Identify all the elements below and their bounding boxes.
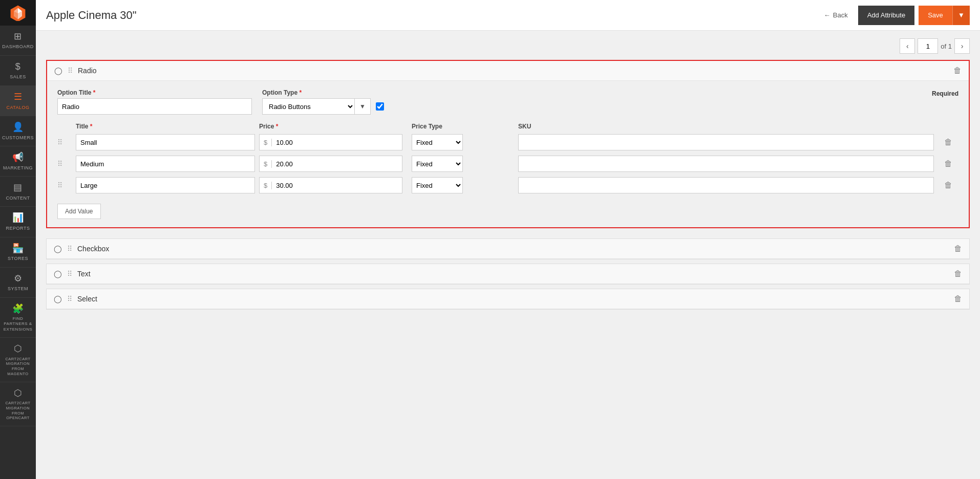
option-delete-radio[interactable]: 🗑 [953, 66, 962, 75]
save-button[interactable]: Save [919, 6, 952, 25]
sidebar-item-label: DASHBOARD [2, 44, 34, 50]
sku-input-medium[interactable] [518, 156, 934, 172]
value-price-type-col-small: Fixed Percent [412, 134, 514, 150]
value-sku-col-medium [518, 156, 934, 172]
option-type-select-wrap: Radio Buttons Checkbox Drop-down Multipl… [262, 98, 384, 115]
value-title-input-small[interactable] [76, 134, 255, 150]
sidebar-item-label: REPORTS [6, 226, 30, 232]
option-toggle-select[interactable]: ◯ [54, 295, 62, 303]
sidebar-item-dashboard[interactable]: ⊞ DASHBOARD [0, 26, 36, 56]
price-input-wrap-medium: $ [259, 156, 402, 172]
topbar-actions: ← Back Add Attribute Save ▼ [818, 6, 970, 25]
catalog-icon: ☰ [14, 91, 23, 103]
price-input-small[interactable] [272, 135, 402, 150]
option-header-text: ◯ ⠿ Text 🗑 [47, 264, 969, 284]
price-input-medium[interactable] [272, 156, 402, 171]
price-type-select-large[interactable]: Fixed Percent [412, 177, 463, 193]
delete-value-medium[interactable]: 🗑 [938, 159, 958, 168]
option-delete-select[interactable]: 🗑 [954, 294, 962, 303]
option-title-input[interactable] [57, 98, 252, 115]
option-title-label: Option Title * [57, 89, 252, 96]
sidebar-item-marketing[interactable]: 📢 MARKETING [0, 146, 36, 177]
drag-handle-large[interactable]: ⠿ [57, 181, 72, 189]
sidebar-item-system[interactable]: ⚙ SYSTEM [0, 268, 36, 298]
sidebar-item-cart2cart-magento[interactable]: ⬡ CART2CART MIGRATION FROM MAGENTO [0, 338, 36, 382]
sidebar-item-catalog[interactable]: ☰ CATALOG [0, 86, 36, 116]
drag-handle-medium[interactable]: ⠿ [57, 160, 72, 168]
value-title-input-medium[interactable] [76, 156, 255, 172]
option-header-checkbox: ◯ ⠿ Checkbox 🗑 [47, 239, 969, 259]
price-input-large[interactable] [272, 178, 402, 193]
delete-value-small[interactable]: 🗑 [938, 138, 958, 147]
marketing-icon: 📢 [12, 151, 24, 163]
sidebar-logo [0, 0, 36, 26]
find-partners-icon: 🧩 [12, 303, 24, 315]
drag-handle-text[interactable]: ⠿ [67, 270, 72, 278]
option-type-select[interactable]: Radio Buttons Checkbox Drop-down Multipl… [262, 98, 354, 115]
value-title-col-large [76, 177, 255, 193]
price-type-select-medium[interactable]: Fixed Percent [412, 156, 463, 172]
drag-handle-checkbox[interactable]: ⠿ [67, 245, 72, 253]
sidebar-item-label: CART2CART MIGRATION FROM MAGENTO [2, 357, 34, 377]
value-price-col-medium: $ [259, 156, 408, 172]
page-title: Apple Cinema 30" [46, 9, 137, 22]
cart2cart-magento-icon: ⬡ [14, 343, 23, 355]
dashboard-icon: ⊞ [14, 31, 22, 42]
drag-handle-small[interactable]: ⠿ [57, 138, 72, 146]
save-dropdown-button[interactable]: ▼ [952, 6, 970, 25]
sidebar-item-stores[interactable]: 🏪 STORES [0, 237, 36, 268]
option-delete-text[interactable]: 🗑 [954, 269, 962, 278]
sidebar-item-find-partners[interactable]: 🧩 FIND PARTNERS & EXTENSIONS [0, 298, 36, 338]
value-price-type-col-large: Fixed Percent [412, 177, 514, 193]
option-toggle-text[interactable]: ◯ [54, 270, 62, 278]
option-title-field: Option Title * [57, 89, 252, 115]
collapse-icon-text: ◯ [54, 270, 62, 278]
option-toggle-checkbox[interactable]: ◯ [54, 245, 62, 253]
sidebar-item-customers[interactable]: 👤 CUSTOMERS [0, 116, 36, 146]
sku-input-small[interactable] [518, 134, 934, 150]
save-button-group: Save ▼ [919, 6, 970, 25]
sidebar-item-label: CART2CART MIGRATION FROM OPENCART [2, 401, 34, 421]
next-page-button[interactable]: › [954, 38, 970, 54]
sidebar-item-reports[interactable]: 📊 REPORTS [0, 207, 36, 237]
sidebar-item-content[interactable]: ▤ CONTENT [0, 177, 36, 207]
system-icon: ⚙ [14, 273, 23, 285]
price-type-select-small[interactable]: Fixed Percent [412, 134, 463, 150]
magento-logo-icon [10, 5, 26, 21]
sidebar-item-label: MARKETING [3, 165, 33, 171]
add-value-button[interactable]: Add Value [57, 204, 101, 219]
customers-icon: 👤 [12, 121, 24, 133]
sidebar-item-cart2cart-opencart[interactable]: ⬡ CART2CART MIGRATION FROM OPENCART [0, 382, 36, 426]
required-checkbox[interactable] [376, 102, 384, 111]
price-symbol-medium: $ [260, 160, 272, 168]
add-attribute-button[interactable]: Add Attribute [858, 6, 914, 25]
sidebar-item-label: SYSTEM [8, 286, 28, 292]
option-title-checkbox: Checkbox [77, 245, 949, 253]
required-col-label: Required [932, 89, 958, 97]
sku-input-large[interactable] [518, 177, 934, 193]
value-row-large: ⠿ $ Fixed [57, 177, 958, 193]
back-arrow-icon: ← [824, 11, 830, 19]
sidebar-item-label: SALES [10, 74, 26, 80]
type-select-dropdown-btn[interactable]: ▼ [354, 98, 371, 115]
sidebar-item-sales[interactable]: $ SALES [0, 56, 36, 86]
option-toggle-radio[interactable]: ◯ [54, 67, 62, 75]
drag-handle-select[interactable]: ⠿ [67, 295, 72, 303]
sales-icon: $ [15, 61, 21, 73]
value-title-input-large[interactable] [76, 177, 255, 193]
col-header-title: Title * [76, 123, 255, 130]
page-number-input[interactable] [918, 38, 938, 54]
value-title-col-medium [76, 156, 255, 172]
collapse-icon: ◯ [54, 67, 62, 75]
delete-value-large[interactable]: 🗑 [938, 181, 958, 190]
content-area: ‹ of 1 › ◯ ⠿ Radio 🗑 Optio [36, 31, 980, 479]
price-input-wrap-large: $ [259, 177, 402, 193]
back-button[interactable]: ← Back [818, 7, 854, 23]
option-form-radio: Option Title * Option Type * Radio But [47, 81, 969, 227]
col-header-sku: SKU [518, 123, 934, 130]
option-delete-checkbox[interactable]: 🗑 [954, 244, 962, 253]
value-sku-col-large [518, 177, 934, 193]
drag-handle-radio[interactable]: ⠿ [68, 67, 73, 75]
option-type-field: Option Type * Radio Buttons Checkbox Dro… [262, 89, 384, 115]
prev-page-button[interactable]: ‹ [900, 38, 915, 54]
